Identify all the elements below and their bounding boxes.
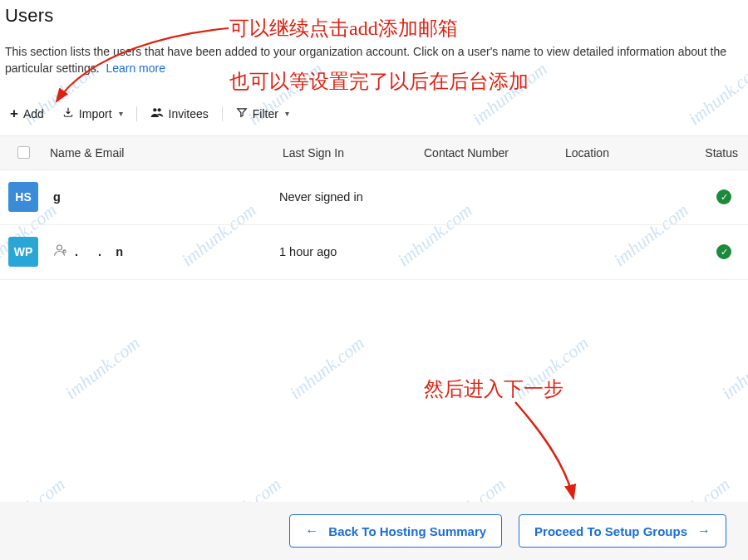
import-icon xyxy=(62,106,74,120)
arrow-left-icon: ← xyxy=(305,523,318,538)
avatar: WP xyxy=(8,237,38,267)
toolbar: + Add Import ▾ Invitees xyxy=(0,79,748,135)
import-button[interactable]: Import ▾ xyxy=(57,105,128,122)
svg-point-0 xyxy=(153,108,156,111)
learn-more-link[interactable]: Learn more xyxy=(106,61,165,75)
people-icon xyxy=(150,106,164,120)
filter-icon xyxy=(236,106,248,120)
status-cell: ✓ xyxy=(670,189,748,205)
svg-point-1 xyxy=(157,108,160,111)
avatar: HS xyxy=(8,182,38,212)
last-sign-in-cell: 1 hour ago xyxy=(279,245,421,258)
toolbar-separator xyxy=(136,106,137,121)
table-row[interactable]: WP . . n 1 hour ago ✓ xyxy=(0,225,748,280)
back-button[interactable]: ← Back To Hosting Summary xyxy=(289,514,502,548)
user-name-cell[interactable]: g xyxy=(47,190,279,204)
svg-point-2 xyxy=(57,245,62,250)
table-header-row: Name & Email Last Sign In Contact Number… xyxy=(0,135,748,170)
status-cell: ✓ xyxy=(670,244,748,260)
chevron-down-icon: ▾ xyxy=(119,109,123,118)
filter-button[interactable]: Filter ▾ xyxy=(231,105,294,122)
status-ok-icon: ✓ xyxy=(716,244,731,259)
annotation-text: 然后进入下一步 xyxy=(424,376,563,402)
add-button[interactable]: + Add xyxy=(5,104,49,124)
footer-bar: ← Back To Hosting Summary Proceed To Set… xyxy=(0,502,748,560)
col-name-email[interactable]: Name & Email xyxy=(47,146,279,160)
proceed-button[interactable]: Proceed To Setup Groups → xyxy=(519,514,726,548)
user-name-cell[interactable]: . . n xyxy=(47,243,279,261)
last-sign-in-cell: Never signed in xyxy=(279,190,421,204)
select-all-checkbox[interactable] xyxy=(17,146,30,159)
page-title: Users xyxy=(0,0,748,28)
admin-icon xyxy=(53,243,68,261)
table-row[interactable]: HS g Never signed in ✓ xyxy=(0,170,748,225)
col-last-sign-in[interactable]: Last Sign In xyxy=(279,146,421,160)
plus-icon: + xyxy=(10,106,18,122)
arrow-right-icon: → xyxy=(697,523,711,538)
col-status[interactable]: Status xyxy=(670,146,748,160)
chevron-down-icon: ▾ xyxy=(285,109,289,118)
status-ok-icon: ✓ xyxy=(716,189,731,204)
col-contact-number[interactable]: Contact Number xyxy=(421,146,562,160)
toolbar-separator xyxy=(222,106,223,121)
col-location[interactable]: Location xyxy=(562,146,670,160)
page-description: This section lists the users that have b… xyxy=(0,28,748,79)
annotation-arrow xyxy=(465,397,615,513)
invitees-button[interactable]: Invitees xyxy=(145,105,214,122)
